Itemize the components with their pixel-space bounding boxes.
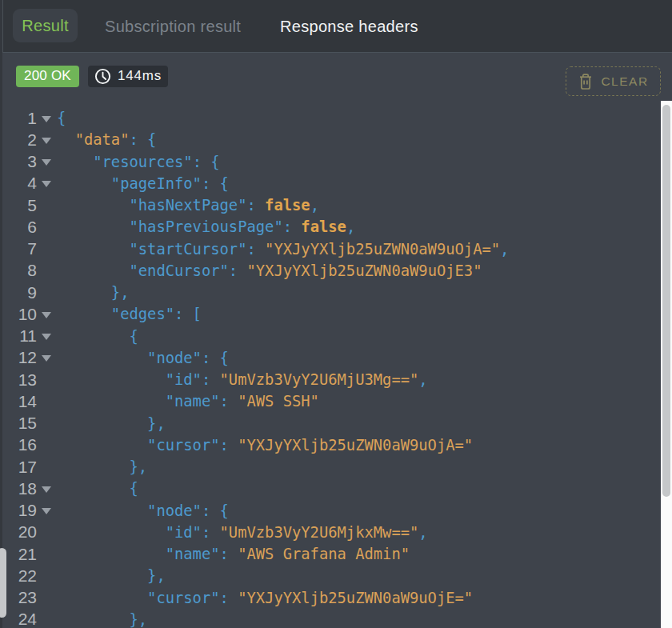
caret-box xyxy=(37,129,57,150)
json-line-code: }, xyxy=(57,611,147,628)
line-number: 8 xyxy=(0,261,37,280)
collapse-caret-icon[interactable] xyxy=(42,312,51,318)
caret-box xyxy=(37,326,57,347)
json-line: 23 "cursor": "YXJyYXljb25uZWN0aW9uOjE=" xyxy=(0,587,661,609)
collapse-caret-icon[interactable] xyxy=(42,486,51,493)
json-line: 16 "cursor": "YXJyYXljb25uZWN0aW9uOjA=" xyxy=(0,434,661,456)
caret-box xyxy=(37,194,57,216)
left-pane-divider-highlight xyxy=(2,0,3,53)
caret-box xyxy=(37,434,57,456)
result-pane-tabbar: Result Subscription result Response head… xyxy=(0,0,672,53)
json-line-code: "id": "UmVzb3VyY2U6MjU3Mg==", xyxy=(57,371,428,388)
json-line: 1{ xyxy=(0,107,661,129)
json-line: 3 "resources": { xyxy=(0,151,661,173)
json-line-code: "edges": [ xyxy=(57,306,202,322)
tab-subscription-result-label: Subscription result xyxy=(105,18,241,36)
json-line-code: { xyxy=(57,480,138,497)
caret-box xyxy=(37,347,57,369)
json-line-code: }, xyxy=(57,567,166,584)
json-line: 19 "node": { xyxy=(0,500,661,522)
line-number: 17 xyxy=(0,458,37,477)
json-line: 18 { xyxy=(0,478,661,499)
caret-box xyxy=(37,587,57,609)
json-line: 24 }, xyxy=(0,609,661,628)
caret-box xyxy=(37,456,57,478)
json-line: 15 }, xyxy=(0,413,661,434)
json-line-code: "pageInfo": { xyxy=(57,175,229,192)
response-time-chip: 144ms xyxy=(88,66,168,87)
line-number: 20 xyxy=(0,522,37,542)
collapse-caret-icon[interactable] xyxy=(42,159,51,166)
json-line: 12 "node": { xyxy=(0,347,661,369)
json-line-code: "name": "AWS SSH" xyxy=(57,393,319,410)
clear-button-border xyxy=(566,66,661,96)
caret-box xyxy=(37,216,57,238)
json-line: 6 "hasPreviousPage": false, xyxy=(0,216,661,238)
caret-box xyxy=(37,609,57,628)
line-number: 3 xyxy=(0,152,37,171)
vertical-scrollbar-track[interactable] xyxy=(661,101,672,628)
caret-box xyxy=(37,260,57,282)
line-number: 10 xyxy=(0,305,37,324)
json-line-code: }, xyxy=(57,284,129,301)
collapse-caret-icon[interactable] xyxy=(42,508,51,514)
json-result-viewer: 1{2 "data": {3 "resources": {4 "pageInfo… xyxy=(0,107,661,628)
left-scrollbar-thumb[interactable] xyxy=(0,548,6,618)
caret-box xyxy=(37,369,57,390)
response-time-text: 144ms xyxy=(118,68,162,84)
json-line: 21 "name": "AWS Grafana Admin" xyxy=(0,543,661,565)
json-line-code: "cursor": "YXJyYXljb25uZWN0aW9uOjE=" xyxy=(57,590,473,606)
json-line-code: "resources": { xyxy=(57,154,220,170)
clear-button[interactable]: CLEAR xyxy=(566,66,661,96)
caret-box xyxy=(37,522,57,543)
status-code-text: 200 OK xyxy=(24,68,71,84)
line-number: 18 xyxy=(0,479,37,498)
line-number: 11 xyxy=(0,326,37,346)
line-number: 15 xyxy=(0,414,37,433)
caret-box xyxy=(37,107,57,129)
line-number: 14 xyxy=(0,392,37,411)
json-line-code: "hasNextPage": false, xyxy=(57,197,319,214)
caret-box xyxy=(37,413,57,434)
json-line: 10 "edges": [ xyxy=(0,303,661,325)
json-line-code: "cursor": "YXJyYXljb25uZWN0aW9uOjA=" xyxy=(57,437,473,454)
caret-box xyxy=(37,173,57,194)
json-line-code: { xyxy=(57,110,66,126)
tab-result-label: Result xyxy=(22,17,69,35)
caret-box xyxy=(37,543,57,565)
json-line: 20 "id": "UmVzb3VyY2U6MjkxMw==", xyxy=(0,522,661,543)
tab-result[interactable]: Result xyxy=(13,9,78,42)
tab-subscription-result[interactable]: Subscription result xyxy=(105,0,241,53)
line-number: 19 xyxy=(0,501,37,520)
line-number: 7 xyxy=(0,239,37,258)
json-line: 8 "endCursor": "YXJyYXljb25uZWN0aW9uOjE3… xyxy=(0,260,661,282)
caret-box xyxy=(37,390,57,412)
line-number: 1 xyxy=(0,109,37,128)
json-line: 7 "startCursor": "YXJyYXljb25uZWN0aW9uOj… xyxy=(0,238,661,260)
json-line: 13 "id": "UmVzb3VyY2U6MjU3Mg==", xyxy=(0,369,661,390)
json-line: 9 }, xyxy=(0,282,661,303)
status-code-badge: 200 OK xyxy=(16,66,79,87)
collapse-caret-icon[interactable] xyxy=(42,181,51,187)
line-number: 5 xyxy=(0,196,37,215)
clock-icon xyxy=(94,68,111,85)
caret-box xyxy=(37,565,57,586)
json-line: 5 "hasNextPage": false, xyxy=(0,194,661,216)
line-number: 9 xyxy=(0,283,37,302)
caret-box xyxy=(37,238,57,260)
caret-box xyxy=(37,303,57,325)
tab-response-headers[interactable]: Response headers xyxy=(280,0,418,53)
collapse-caret-icon[interactable] xyxy=(42,116,51,122)
line-number: 4 xyxy=(0,174,37,193)
json-line-code: }, xyxy=(57,458,147,475)
vertical-scrollbar-thumb[interactable] xyxy=(662,105,670,497)
json-line: 2 "data": { xyxy=(0,129,661,150)
collapse-caret-icon[interactable] xyxy=(42,334,51,340)
json-line: 4 "pageInfo": { xyxy=(0,173,661,194)
caret-box xyxy=(37,500,57,522)
collapse-caret-icon[interactable] xyxy=(42,138,51,144)
line-number: 2 xyxy=(0,130,37,150)
collapse-caret-icon[interactable] xyxy=(42,355,51,362)
json-line: 22 }, xyxy=(0,565,661,586)
json-line-code: "id": "UmVzb3VyY2U6MjkxMw==", xyxy=(57,524,428,541)
